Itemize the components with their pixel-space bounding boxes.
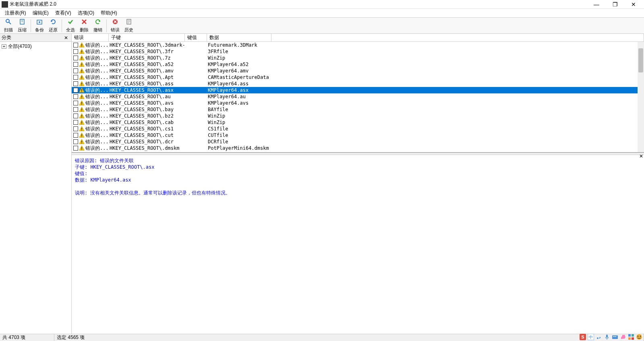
row-checkbox[interactable] bbox=[73, 114, 78, 118]
compress-icon bbox=[19, 19, 25, 27]
list-row[interactable]: 错误的...HKEY_CLASSES_ROOT\.cs1CS1file bbox=[72, 126, 644, 132]
tray-lang-icon[interactable]: 中 bbox=[588, 334, 594, 340]
cell-error: 错误的... bbox=[72, 74, 109, 81]
svg-rect-29 bbox=[81, 66, 82, 66]
cell-error: 错误的... bbox=[72, 100, 109, 107]
list-row[interactable]: 错误的...HKEY_CLASSES_ROOT\.dmskmPotPlayerM… bbox=[72, 145, 644, 151]
list-row[interactable]: 错误的...HKEY_CLASSES_ROOT\.a52KMPlayer64.a… bbox=[72, 61, 644, 68]
list-row[interactable]: 错误的...HKEY_CLASSES_ROOT\.auKMPlayer64.au bbox=[72, 93, 644, 100]
cell-data: WinZip bbox=[207, 120, 271, 125]
list-row[interactable]: 错误的...HKEY_CLASSES_ROOT\.AptCAMtasticApe… bbox=[72, 74, 644, 81]
cell-subkey: HKEY_CLASSES_ROOT\.Apt bbox=[109, 74, 185, 80]
svg-rect-35 bbox=[81, 79, 82, 79]
menu-item-2[interactable]: 查看(V) bbox=[52, 9, 75, 17]
cell-subkey: HKEY_CLASSES_ROOT\.avs bbox=[109, 100, 185, 106]
maximize-button[interactable]: ❐ bbox=[609, 0, 621, 8]
sidebar-close-icon[interactable]: ✕ bbox=[62, 35, 70, 41]
list-row[interactable]: 错误的...HKEY_CLASSES_ROOT\.3fr3FRfile bbox=[72, 48, 644, 55]
list-row[interactable]: 错误的...HKEY_CLASSES_ROOT\.avsKMPlayer64.a… bbox=[72, 100, 644, 106]
detail-close-icon[interactable]: ✕ bbox=[639, 153, 643, 159]
list-row[interactable]: 错误的...HKEY_CLASSES_ROOT\.amvKMPlayer64.a… bbox=[72, 68, 644, 74]
row-checkbox[interactable] bbox=[73, 62, 78, 67]
tray-app1-icon[interactable] bbox=[620, 334, 626, 340]
toolbar-error-button[interactable]: 错误 bbox=[108, 18, 122, 34]
list-row[interactable]: 错误的...HKEY_CLASSES_ROOT\.asxKMPlayer64.a… bbox=[72, 87, 644, 93]
column-header-value[interactable]: 键值 bbox=[185, 34, 207, 41]
toolbar-restore-button[interactable]: 还原 bbox=[46, 18, 60, 34]
svg-rect-38 bbox=[81, 85, 82, 86]
tray-keyboard-icon[interactable] bbox=[612, 334, 618, 340]
toolbar-undo-button[interactable]: 撤销 bbox=[91, 18, 105, 34]
menu-item-3[interactable]: 选项(O) bbox=[75, 9, 97, 17]
list-body: 错误的...HKEY_CLASSES_ROOT\.3dmark-re...Fut… bbox=[72, 42, 644, 151]
list-row[interactable]: 错误的...HKEY_CLASSES_ROOT\.3dmark-re...Fut… bbox=[72, 42, 644, 48]
row-checkbox[interactable] bbox=[73, 56, 78, 60]
toolbar-history-button[interactable]: 历史 bbox=[122, 18, 136, 34]
column-header-data[interactable]: 数据 bbox=[207, 34, 271, 41]
warning-icon bbox=[79, 62, 85, 67]
toolbar-backup-button[interactable]: 备份 bbox=[33, 18, 46, 34]
category-tree[interactable]: + 全部(4703) bbox=[0, 42, 71, 334]
menu-item-1[interactable]: 编辑(E) bbox=[29, 9, 52, 17]
row-checkbox[interactable] bbox=[73, 126, 78, 131]
cell-data: WinZip bbox=[207, 55, 271, 61]
undo-icon bbox=[95, 19, 101, 27]
toolbar-label: 错误 bbox=[111, 27, 120, 33]
toolbar-delete-button[interactable]: 删除 bbox=[77, 18, 91, 34]
close-button[interactable]: ✕ bbox=[628, 0, 639, 8]
list-row[interactable]: 错误的...HKEY_CLASSES_ROOT\.cabWinZip bbox=[72, 119, 644, 126]
row-checkbox[interactable] bbox=[73, 107, 78, 112]
row-checkbox[interactable] bbox=[73, 43, 78, 48]
svg-rect-32 bbox=[81, 72, 82, 73]
list-row[interactable]: 错误的...HKEY_CLASSES_ROOT\.bz2WinZip bbox=[72, 113, 644, 119]
error-text: 错误的... bbox=[85, 113, 109, 120]
row-checkbox[interactable] bbox=[73, 94, 78, 99]
row-checkbox[interactable] bbox=[73, 88, 78, 93]
error-text: 错误的... bbox=[85, 119, 109, 126]
svg-rect-34 bbox=[81, 76, 82, 78]
column-header-subkey[interactable]: 子键 bbox=[109, 34, 185, 41]
sidebar-header: 分类 ✕ bbox=[0, 34, 71, 42]
content-area: 分类 ✕ + 全部(4703) 错误 子键 键值 数据 错误的...HKEY bbox=[0, 34, 644, 334]
tree-root-node[interactable]: + 全部(4703) bbox=[1, 43, 70, 50]
vertical-scrollbar[interactable] bbox=[638, 42, 644, 152]
scroll-thumb[interactable] bbox=[638, 48, 643, 72]
row-checkbox[interactable] bbox=[73, 81, 78, 86]
status-selected: 选定 4565 项 bbox=[54, 334, 644, 341]
list-row[interactable]: 错误的...HKEY_CLASSES_ROOT\.7zWinZip bbox=[72, 55, 644, 61]
tray-punct-icon[interactable] bbox=[596, 334, 602, 340]
warning-icon bbox=[79, 49, 85, 54]
list-row[interactable]: 错误的...HKEY_CLASSES_ROOT\.dcrDCRfile bbox=[72, 138, 644, 145]
menu-item-0[interactable]: 注册表(R) bbox=[2, 9, 29, 17]
svg-rect-76 bbox=[613, 336, 614, 337]
menu-item-4[interactable]: 帮助(H) bbox=[97, 9, 120, 17]
row-checkbox[interactable] bbox=[73, 120, 78, 125]
row-checkbox[interactable] bbox=[73, 146, 78, 151]
tray-app3-icon[interactable] bbox=[636, 334, 642, 340]
cell-data: Futuremark.3DMark bbox=[207, 42, 271, 48]
svg-point-84 bbox=[638, 336, 639, 337]
column-header-error[interactable]: 错误 bbox=[72, 34, 109, 41]
sidebar-title: 分类 bbox=[2, 34, 11, 41]
tray-app2-icon[interactable] bbox=[628, 334, 634, 340]
tray-ime-icon[interactable]: S bbox=[580, 334, 586, 340]
toolbar-search-button[interactable]: 扫描 bbox=[2, 18, 15, 34]
row-checkbox[interactable] bbox=[73, 68, 78, 73]
toolbar-compress-button[interactable]: 压缩 bbox=[15, 18, 29, 34]
search-icon bbox=[5, 19, 12, 27]
results-list[interactable]: 错误 子键 键值 数据 错误的...HKEY_CLASSES_ROOT\.3dm… bbox=[72, 34, 644, 153]
row-checkbox[interactable] bbox=[73, 75, 78, 80]
tree-expander-icon[interactable]: + bbox=[2, 44, 6, 49]
minimize-button[interactable]: — bbox=[591, 0, 602, 8]
list-row[interactable]: 错误的...HKEY_CLASSES_ROOT\.cutCUTfile bbox=[72, 132, 644, 138]
row-checkbox[interactable] bbox=[73, 49, 78, 54]
row-checkbox[interactable] bbox=[73, 101, 78, 105]
toolbar-check-button[interactable]: 全选 bbox=[64, 18, 77, 34]
list-row[interactable]: 错误的...HKEY_CLASSES_ROOT\.bayBAYfile bbox=[72, 106, 644, 113]
window-controls: — ❐ ✕ bbox=[591, 0, 642, 8]
tray-mic-icon[interactable] bbox=[604, 334, 610, 340]
list-row[interactable]: 错误的...HKEY_CLASSES_ROOT\.assKMPlayer64.a… bbox=[72, 81, 644, 87]
row-checkbox[interactable] bbox=[73, 133, 78, 138]
row-checkbox[interactable] bbox=[73, 139, 78, 144]
titlebar[interactable]: 米老鼠注册表减肥 2.0 — ❐ ✕ bbox=[0, 0, 644, 9]
